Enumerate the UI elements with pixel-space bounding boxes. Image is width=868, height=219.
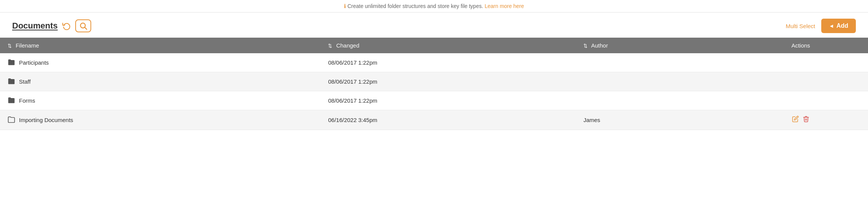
multi-select-button[interactable]: Multi Select [786,23,816,29]
search-icon [79,22,87,30]
add-label: Add [836,22,848,29]
table-row: Staff08/06/2017 1:22pm [0,72,868,91]
col-actions: Actions [733,38,868,53]
refresh-button[interactable] [62,22,71,30]
documents-table: ⇅ Filename ⇅ Changed ⇅ Author Actions Pa… [0,38,868,130]
learn-more-link[interactable]: Learn more here [485,3,524,9]
col-filename[interactable]: ⇅ Filename [0,38,320,53]
col-changed[interactable]: ⇅ Changed [320,38,576,53]
filename-cell: Participants [0,53,320,72]
edit-button[interactable] [792,116,799,124]
filename-text: Importing Documents [19,117,73,123]
info-icon: ℹ [344,3,346,9]
svg-line-1 [85,27,87,29]
banner-text: Create unlimited folder structures and s… [347,3,483,9]
actions-cell [733,91,868,110]
search-button-wrapper[interactable] [75,19,91,32]
add-arrow-icon: ◄ [829,23,834,29]
filename-text: Staff [19,78,31,85]
actions-cell [733,110,868,130]
col-actions-label: Actions [791,42,810,49]
top-banner: ℹ Create unlimited folder structures and… [0,0,868,13]
col-author[interactable]: ⇅ Author [576,38,733,53]
filename-cell: Staff [0,72,320,91]
changed-sort-icon: ⇅ [328,43,332,49]
folder-filled-icon [8,78,15,86]
filename-cell: Forms [0,91,320,110]
filename-cell: Importing Documents [0,110,320,130]
actions-cell [733,53,868,72]
author-cell [576,53,733,72]
folder-outline-icon [8,116,15,124]
toolbar-right: Multi Select ◄ Add [786,19,856,33]
table-row: Forms08/06/2017 1:22pm [0,91,868,110]
table-row: Importing Documents06/16/2022 3:45pmJame… [0,110,868,130]
col-author-label: Author [591,42,608,49]
actions-cell [733,72,868,91]
filename-sort-icon: ⇅ [8,43,12,49]
changed-cell: 08/06/2017 1:22pm [320,91,576,110]
col-changed-label: Changed [336,42,360,49]
toolbar-left: Documents [12,19,91,32]
toolbar: Documents Multi Select ◄ Add [0,13,868,38]
filename-text: Forms [19,97,35,104]
changed-cell: 08/06/2017 1:22pm [320,53,576,72]
add-button[interactable]: ◄ Add [821,19,856,33]
table-row: Participants08/06/2017 1:22pm [0,53,868,72]
changed-cell: 08/06/2017 1:22pm [320,72,576,91]
filename-text: Participants [19,59,49,66]
folder-filled-icon [8,97,15,105]
delete-button[interactable] [803,116,809,124]
col-filename-label: Filename [16,42,39,49]
changed-cell: 06/16/2022 3:45pm [320,110,576,130]
author-sort-icon: ⇅ [583,43,588,49]
folder-filled-icon [8,59,15,67]
documents-title: Documents [12,21,58,31]
author-cell: James [576,110,733,130]
table-header-row: ⇅ Filename ⇅ Changed ⇅ Author Actions [0,38,868,53]
author-cell [576,91,733,110]
author-cell [576,72,733,91]
